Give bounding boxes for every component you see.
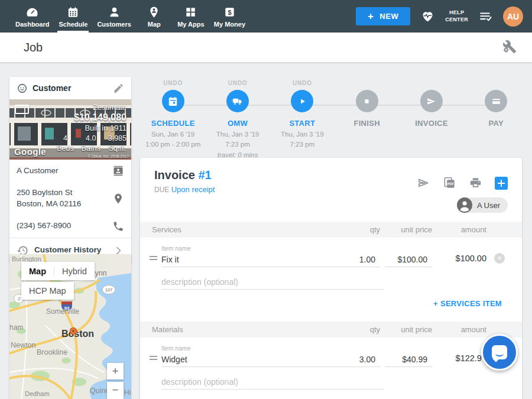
map-widget[interactable]: 107 2 93 Burlington Lynn Somerville ham …: [9, 254, 131, 399]
drag-handle-icon[interactable]: [150, 354, 161, 367]
help-center-link[interactable]: HELP CENTER: [445, 9, 468, 23]
print-button[interactable]: [469, 176, 482, 190]
drag-handle-icon[interactable]: [150, 254, 161, 267]
wrench-gear-icon: [502, 40, 517, 54]
job-location-marker: [70, 328, 77, 335]
column-header-qty: qty: [339, 325, 380, 334]
pdf-icon: PDF: [443, 176, 456, 190]
invoice-card: Invoice #1 DUE Upon receipt PDF: [140, 158, 522, 399]
remove-service-item-button[interactable]: ×: [494, 253, 505, 264]
pencil-icon: [113, 83, 124, 94]
service-unit-price-input[interactable]: [385, 254, 432, 267]
play-icon: [297, 96, 308, 107]
undo-schedule-link[interactable]: UNDO: [141, 80, 205, 87]
invoice-due-value[interactable]: Upon receipt: [171, 185, 215, 194]
invoice-number[interactable]: #1: [198, 168, 211, 181]
zestimate-label: Zestimate: [57, 103, 126, 112]
job-settings-button[interactable]: [502, 40, 517, 56]
nav-item-schedule[interactable]: Schedule: [54, 0, 92, 33]
map-zoom-out-button[interactable]: −: [107, 382, 124, 399]
app-window: Dashboard Schedule Customers Map My Apps…: [0, 0, 532, 399]
task-list-button[interactable]: [478, 9, 493, 24]
nav-right: + NEW HELP CENTER AU: [356, 0, 532, 33]
phone-icon: [112, 220, 124, 232]
map-label: Newton: [11, 341, 35, 349]
step-label: SCHEDULE: [141, 119, 205, 128]
nav-items: Dashboard Schedule Customers Map My Apps…: [0, 0, 250, 33]
material-qty-input[interactable]: [339, 353, 380, 367]
item-name-label: Item name: [161, 245, 339, 252]
list-check-icon: [478, 9, 493, 24]
column-header-unit-price: unit price: [380, 225, 432, 234]
nav-item-my-money[interactable]: $ My Money: [209, 0, 250, 33]
nav-label: Customers: [97, 21, 131, 28]
nav-item-map[interactable]: Map: [136, 0, 173, 33]
stat-baths: 4.0Baths: [82, 134, 100, 154]
customer-name: A Customer: [17, 166, 112, 177]
material-description-input[interactable]: [161, 376, 384, 390]
map-type-map-button[interactable]: Map: [21, 267, 54, 276]
streetview-icon: [15, 105, 29, 114]
material-amount: $122.97: [432, 353, 486, 367]
step-finish-button[interactable]: [356, 90, 378, 112]
service-description-input[interactable]: [161, 276, 384, 290]
material-unit-price-input[interactable]: [385, 353, 432, 367]
map-type-hybrid-button[interactable]: Hybrid: [54, 267, 95, 276]
zestimate-value: $10,149,080: [57, 112, 126, 123]
add-services-item-button[interactable]: + SERVICES ITEM: [433, 299, 502, 308]
user-avatar[interactable]: AU: [503, 7, 523, 27]
nav-item-customers[interactable]: Customers: [92, 0, 135, 33]
service-name-input[interactable]: [161, 254, 339, 267]
pdf-button[interactable]: PDF: [443, 176, 456, 190]
property-photo[interactable]: Zestimate $10,149,080 Built in 1911 4Bed…: [9, 99, 131, 160]
new-button-label: NEW: [379, 12, 398, 21]
top-nav: Dashboard Schedule Customers Map My Apps…: [0, 0, 532, 33]
google-logo: Google: [14, 147, 46, 157]
step-start-button[interactable]: [291, 90, 313, 112]
column-header-amount: amount: [432, 225, 486, 234]
step-invoice-button[interactable]: [420, 90, 443, 112]
add-invoice-item-button[interactable]: [495, 177, 508, 190]
dollar-icon: $: [223, 5, 236, 19]
location-pin-icon: [112, 193, 124, 205]
credit-card-icon: [491, 96, 502, 107]
health-button[interactable]: [420, 9, 435, 24]
stat-sqft: 3,985Sq.ft.: [108, 134, 126, 154]
column-header-amount: amount: [432, 325, 486, 334]
map-label: Brookline: [37, 348, 67, 356]
map-zoom-in-button[interactable]: +: [107, 363, 124, 379]
zestimate-block: Zestimate $10,149,080 Built in 1911 4Bed…: [57, 103, 126, 154]
step-omw-button[interactable]: [226, 90, 249, 112]
job-header-bar: Job: [0, 33, 532, 62]
map-label: Hi: [124, 388, 131, 397]
printer-icon: [469, 176, 482, 190]
step-omw-detail: Thu, Jan 3 '197:23 pm travel: 0 mins: [205, 129, 270, 160]
undo-omw-link[interactable]: UNDO: [205, 80, 270, 87]
step-pay-button[interactable]: [485, 90, 507, 112]
stat-beds: 4Beds: [57, 134, 74, 154]
edit-customer-button[interactable]: [113, 83, 124, 94]
assigned-user-pill[interactable]: A User: [457, 197, 508, 213]
column-header-qty: qty: [339, 225, 380, 234]
customer-address-row[interactable]: 250 Boylston St Boston, MA 02116: [9, 182, 131, 215]
map-label: Somerville: [46, 307, 79, 316]
schedule-icon: [66, 5, 80, 19]
dashboard-icon: [25, 5, 39, 19]
new-button[interactable]: + NEW: [356, 7, 410, 25]
customer-phone-row[interactable]: (234) 567-8900: [9, 215, 131, 238]
undo-start-link[interactable]: UNDO: [270, 80, 335, 87]
step-schedule-button[interactable]: [162, 90, 184, 112]
service-amount: $100.00: [432, 254, 486, 267]
send-outline-icon: [417, 176, 430, 190]
chat-fab-button[interactable]: [481, 334, 518, 371]
send-invoice-button[interactable]: [417, 176, 430, 190]
nav-item-my-apps[interactable]: My Apps: [173, 0, 209, 33]
service-qty-input[interactable]: [339, 254, 380, 267]
map-label-boston: Boston: [61, 329, 94, 339]
invoice-title: Invoice #1: [154, 168, 215, 182]
material-name-input[interactable]: [161, 353, 339, 367]
customer-name-row[interactable]: A Customer: [9, 160, 131, 182]
nav-item-dashboard[interactable]: Dashboard: [11, 0, 54, 33]
hcp-map-button[interactable]: HCP Map: [21, 282, 74, 300]
step-label: START: [270, 119, 335, 128]
